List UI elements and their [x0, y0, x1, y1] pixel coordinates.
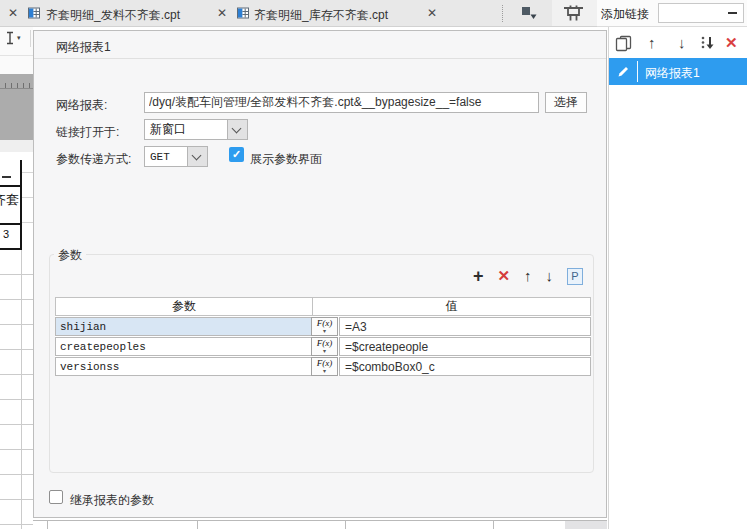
cell-value: 齐套: [0, 191, 23, 209]
clipped-text-fragment: [2, 176, 11, 178]
gridline: [493, 520, 494, 529]
link-type-combobox[interactable]: [658, 3, 744, 23]
divider: [0, 55, 33, 56]
delete-link-icon[interactable]: ✕: [725, 34, 738, 52]
param-method-combobox[interactable]: GET: [144, 146, 208, 167]
move-down-icon[interactable]: ↓: [678, 34, 686, 51]
save-template-icon[interactable]: [521, 6, 538, 24]
close-tab-icon[interactable]: ✕: [427, 6, 437, 20]
cell-border: [0, 185, 20, 187]
show-param-ui-checkbox[interactable]: ✓: [229, 147, 244, 162]
param-value-cell[interactable]: =$comboBox0_c: [339, 357, 591, 376]
toolbar-separator: [30, 30, 31, 47]
table-row[interactable]: createpeoples F(x)▾ =$createpeople: [55, 337, 591, 356]
formula-fx-button[interactable]: F(x)▾: [311, 337, 338, 356]
hyperlink-dialog: 网络报表1 网络报表: 选择 链接打开于: 新窗口 参数传递方式: GET ✓ …: [33, 30, 607, 518]
table-row[interactable]: shijian F(x)▾ =A3: [55, 317, 591, 336]
formula-fx-button[interactable]: F(x)▾: [311, 357, 338, 376]
shaded-cell: [565, 521, 607, 529]
tab-title[interactable]: 齐套明细_发料不齐套.cpt: [46, 7, 180, 24]
gridline: [22, 222, 33, 223]
table-row[interactable]: versionss F(x)▾ =$comboBox0_c: [55, 357, 591, 376]
gridline: [22, 172, 33, 173]
worksheet-bottom-strip: [33, 518, 607, 529]
dash-icon: [728, 12, 737, 14]
params-toolbar: + ✕ ↑ ↓ P: [473, 267, 583, 285]
chevron-down-icon[interactable]: [227, 120, 247, 139]
move-down-icon[interactable]: ↓: [546, 268, 554, 284]
add-link-label: 添加链接: [601, 6, 649, 23]
link-panel-header-row: 添加链接: [597, 0, 747, 27]
sheet-header-strip: [0, 140, 33, 152]
add-param-icon[interactable]: +: [473, 268, 484, 284]
chevron-down-icon: ▾: [323, 347, 326, 355]
param-method-value: GET: [145, 151, 187, 163]
tab-separator: [502, 5, 503, 22]
gridline: [33, 520, 607, 521]
delete-param-icon[interactable]: ✕: [497, 268, 510, 284]
report-file-icon: [237, 7, 249, 19]
bordered-cells: 齐套 3: [0, 160, 22, 250]
open-target-label: 链接打开于:: [56, 124, 119, 141]
tab-title[interactable]: 齐套明细_库存不齐套.cpt: [254, 7, 388, 24]
param-column-header: 参数: [56, 298, 313, 315]
hyperlink-list-panel: ↑ ↓ ✕ 网络报表1: [608, 27, 747, 529]
hyperlink-list-toolbar: ↑ ↓ ✕: [609, 32, 747, 56]
cell-border: [0, 223, 20, 225]
show-param-ui-label: 展示参数界面: [250, 151, 322, 168]
param-method-label: 参数传递方式:: [56, 151, 131, 168]
close-tab-icon[interactable]: ✕: [8, 6, 18, 20]
worksheet-fragment: 齐套 3: [0, 152, 33, 529]
inherit-params-label: 继承报表的参数: [70, 492, 154, 509]
report-path-label: 网络报表:: [56, 97, 107, 114]
params-group-title: 参数: [54, 247, 86, 264]
hyperlink-list-item[interactable]: 网络报表1: [609, 58, 747, 85]
ruler-edge: [0, 88, 33, 89]
gridline: [22, 197, 33, 198]
gridline: [197, 520, 198, 529]
open-target-value: 新窗口: [145, 121, 227, 138]
hyperlink-item-label: 网络报表1: [645, 65, 700, 82]
chevron-down-icon: ▾: [323, 367, 326, 375]
report-path-input[interactable]: [144, 92, 539, 113]
divider: [34, 58, 606, 59]
param-name-cell[interactable]: versionss: [55, 357, 312, 376]
param-value-cell[interactable]: =A3: [339, 317, 591, 336]
move-up-icon[interactable]: ↑: [648, 34, 656, 51]
move-up-icon[interactable]: ↑: [524, 268, 532, 284]
cursor-tool-icon[interactable]: ▾: [5, 31, 21, 45]
sort-move-bottom-icon[interactable]: [700, 35, 716, 54]
param-name-cell[interactable]: createpeoples: [55, 337, 312, 356]
empty-grid-rows: [0, 250, 33, 529]
gridline: [47, 520, 48, 529]
open-target-combobox[interactable]: 新窗口: [144, 119, 248, 140]
choose-button[interactable]: 选择: [545, 92, 587, 113]
dialog-title: 网络报表1: [56, 39, 111, 56]
column-divider: [21, 250, 22, 529]
gridline: [345, 520, 346, 529]
formula-fx-button[interactable]: F(x)▾: [311, 317, 338, 336]
report-file-icon: [28, 7, 40, 19]
edit-pencil-icon[interactable]: [617, 65, 630, 81]
tab-bar: ✕ 齐套明细_发料不齐套.cpt ✕ 齐套明细_库存不齐套.cpt ✕: [0, 0, 597, 27]
chevron-down-icon[interactable]: [187, 147, 207, 166]
inherit-params-checkbox[interactable]: [49, 490, 63, 504]
params-groupbox: + ✕ ↑ ↓ P 参数 值 shijian F(x)▾ =A3: [49, 254, 594, 473]
left-designer-strip: ▾ 齐套 3: [0, 27, 33, 529]
finereport-designer: ✕ 齐套明细_发料不齐套.cpt ✕ 齐套明细_库存不齐套.cpt ✕ 添加链接…: [0, 0, 747, 529]
params-table-header: 参数 值: [55, 297, 591, 316]
param-value-cell[interactable]: =$createpeople: [339, 337, 591, 356]
value-column-header: 值: [313, 298, 590, 315]
item-divider: [637, 61, 638, 82]
chevron-down-icon: ▾: [17, 34, 21, 42]
form-block-icon[interactable]: [563, 4, 584, 26]
cell-value: 3: [3, 228, 9, 240]
param-name-cell[interactable]: shijian: [55, 317, 312, 336]
copy-icon[interactable]: [615, 35, 632, 55]
chevron-down-icon: ▾: [323, 327, 326, 335]
close-tab-icon[interactable]: ✕: [217, 6, 227, 20]
params-table: 参数 值 shijian F(x)▾ =A3 createpeoples F(x…: [55, 297, 591, 376]
param-p-button[interactable]: P: [567, 268, 583, 285]
